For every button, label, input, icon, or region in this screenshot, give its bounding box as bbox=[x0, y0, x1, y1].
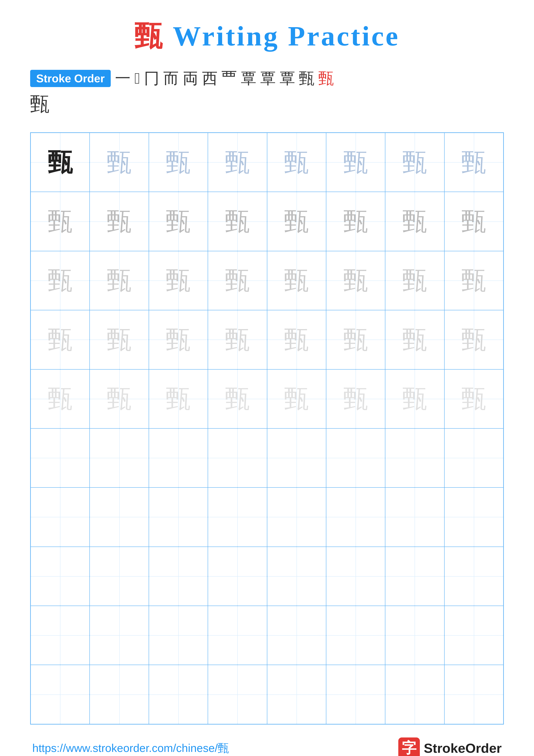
grid-cell[interactable] bbox=[385, 606, 444, 665]
grid-cell: 甄 bbox=[445, 251, 503, 310]
grid-cell[interactable] bbox=[267, 606, 326, 665]
grid-cell[interactable] bbox=[208, 665, 267, 724]
grid-cell: 甄 bbox=[326, 310, 385, 369]
grid-cell[interactable] bbox=[31, 487, 89, 547]
grid-cell[interactable] bbox=[89, 428, 149, 487]
footer-logo-icon: 字 bbox=[398, 738, 420, 756]
grid-cell: 甄 bbox=[31, 192, 89, 251]
grid-cell[interactable] bbox=[445, 665, 503, 724]
grid-cell: 甄 bbox=[149, 310, 208, 369]
grid-cell[interactable] bbox=[31, 665, 89, 724]
grid-cell[interactable] bbox=[445, 428, 503, 487]
grid-cell[interactable] bbox=[326, 606, 385, 665]
grid-cell: 甄 bbox=[208, 192, 267, 251]
grid-cell: 甄 bbox=[385, 310, 444, 369]
grid-cell[interactable] bbox=[267, 428, 326, 487]
stroke-order-badge: Stroke Order bbox=[30, 70, 111, 87]
grid-cell[interactable] bbox=[89, 606, 149, 665]
title-text: Writing Practice bbox=[164, 20, 400, 51]
grid-cell: 甄 bbox=[208, 133, 267, 192]
grid-cell: 甄 bbox=[31, 310, 89, 369]
grid-cell[interactable] bbox=[31, 428, 89, 487]
grid-cell: 甄 bbox=[385, 133, 444, 192]
grid-cell: 甄 bbox=[149, 369, 208, 428]
grid-cell: 甄 bbox=[208, 251, 267, 310]
grid-cell: 甄 bbox=[149, 251, 208, 310]
stroke-7: 覀 bbox=[221, 68, 237, 89]
stroke-4: 而 bbox=[163, 68, 179, 89]
grid-cell: 甄 bbox=[149, 133, 208, 192]
grid-cell[interactable] bbox=[89, 547, 149, 606]
grid-cell: 甄 bbox=[267, 133, 326, 192]
grid-cell: 甄 bbox=[326, 369, 385, 428]
grid-cell: 甄 bbox=[31, 133, 89, 192]
grid-row-empty-3 bbox=[31, 547, 503, 606]
grid-cell[interactable] bbox=[267, 547, 326, 606]
grid-cell: 甄 bbox=[326, 251, 385, 310]
grid-row-0: 甄 甄 甄 甄 甄 甄 甄 甄 bbox=[31, 133, 503, 192]
stroke-order-row: Stroke Order 一 𠃌 冂 而 両 西 覀 覃 覃 覃 甄 甄 bbox=[30, 68, 504, 89]
grid-cell[interactable] bbox=[208, 547, 267, 606]
title-char: 甄 bbox=[135, 20, 164, 51]
grid-cell: 甄 bbox=[445, 310, 503, 369]
grid-cell[interactable] bbox=[385, 547, 444, 606]
grid-cell: 甄 bbox=[267, 369, 326, 428]
stroke-9: 覃 bbox=[260, 68, 276, 89]
grid-cell[interactable] bbox=[208, 428, 267, 487]
stroke-2: 𠃌 bbox=[135, 69, 140, 88]
page-title: 甄 Writing Practice bbox=[135, 17, 400, 55]
grid-cell[interactable] bbox=[385, 487, 444, 547]
grid-cell[interactable] bbox=[267, 487, 326, 547]
grid-cell: 甄 bbox=[89, 192, 149, 251]
practice-grid: 甄 甄 甄 甄 甄 甄 甄 甄 甄 甄 甄 甄 甄 甄 甄 甄 甄 甄 甄 甄 … bbox=[30, 132, 504, 724]
grid-cell: 甄 bbox=[267, 192, 326, 251]
page: 甄 Writing Practice Stroke Order 一 𠃌 冂 而 … bbox=[0, 0, 534, 756]
grid-cell[interactable] bbox=[385, 428, 444, 487]
grid-cell: 甄 bbox=[385, 251, 444, 310]
grid-row-empty-4 bbox=[31, 606, 503, 665]
grid-cell[interactable] bbox=[267, 665, 326, 724]
stroke-3: 冂 bbox=[144, 68, 159, 89]
grid-cell: 甄 bbox=[31, 369, 89, 428]
grid-cell[interactable] bbox=[89, 487, 149, 547]
stroke-11: 甄 bbox=[299, 68, 315, 89]
grid-cell[interactable] bbox=[326, 487, 385, 547]
stroke-order-section: Stroke Order 一 𠃌 冂 而 両 西 覀 覃 覃 覃 甄 甄 甄 bbox=[30, 68, 504, 124]
grid-cell[interactable] bbox=[326, 428, 385, 487]
grid-row-3: 甄 甄 甄 甄 甄 甄 甄 甄 bbox=[31, 310, 503, 369]
grid-cell[interactable] bbox=[445, 606, 503, 665]
footer-logo: 字 StrokeOrder bbox=[398, 738, 502, 756]
grid-cell: 甄 bbox=[445, 192, 503, 251]
stroke-final: 甄 bbox=[318, 68, 334, 89]
footer-url[interactable]: https://www.strokeorder.com/chinese/甄 bbox=[32, 741, 229, 756]
grid-cell: 甄 bbox=[31, 251, 89, 310]
grid-cell[interactable] bbox=[326, 665, 385, 724]
grid-cell[interactable] bbox=[445, 487, 503, 547]
grid-cell: 甄 bbox=[445, 369, 503, 428]
grid-cell[interactable] bbox=[385, 665, 444, 724]
stroke-10: 覃 bbox=[280, 68, 295, 89]
grid-cell[interactable] bbox=[31, 547, 89, 606]
grid-cell: 甄 bbox=[385, 192, 444, 251]
grid-row-1: 甄 甄 甄 甄 甄 甄 甄 甄 bbox=[31, 192, 503, 251]
grid-cell[interactable] bbox=[326, 547, 385, 606]
grid-cell: 甄 bbox=[326, 133, 385, 192]
stroke-1: 一 bbox=[115, 68, 131, 89]
grid-cell[interactable] bbox=[89, 665, 149, 724]
grid-cell[interactable] bbox=[149, 547, 208, 606]
stroke-sequence: 一 𠃌 冂 而 両 西 覀 覃 覃 覃 甄 甄 bbox=[115, 68, 334, 89]
grid-cell[interactable] bbox=[149, 428, 208, 487]
grid-cell[interactable] bbox=[445, 547, 503, 606]
grid-cell: 甄 bbox=[326, 192, 385, 251]
grid-cell[interactable] bbox=[208, 606, 267, 665]
grid-cell[interactable] bbox=[31, 606, 89, 665]
grid-row-empty-2 bbox=[31, 487, 503, 547]
grid-cell: 甄 bbox=[89, 251, 149, 310]
grid-cell[interactable] bbox=[149, 487, 208, 547]
grid-cell[interactable] bbox=[149, 606, 208, 665]
grid-cell: 甄 bbox=[89, 310, 149, 369]
grid-cell[interactable] bbox=[208, 487, 267, 547]
grid-cell: 甄 bbox=[385, 369, 444, 428]
grid-cell[interactable] bbox=[149, 665, 208, 724]
grid-cell: 甄 bbox=[267, 310, 326, 369]
